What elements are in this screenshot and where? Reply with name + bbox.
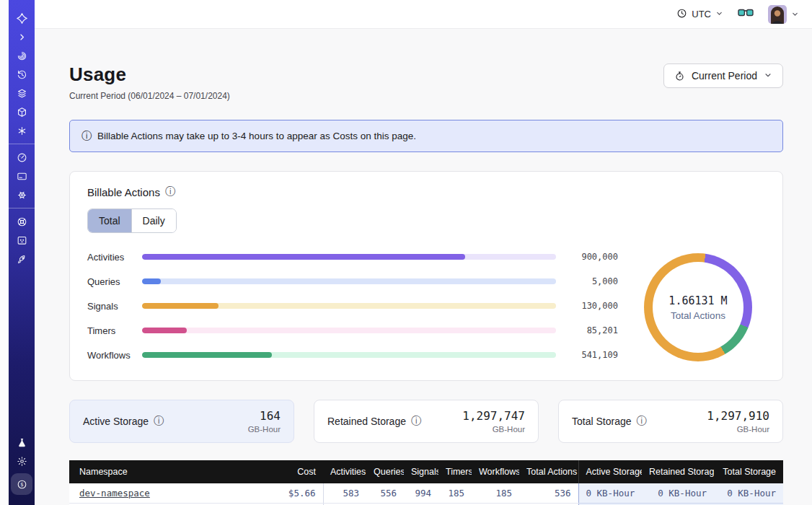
bar-label: Queries bbox=[87, 276, 142, 287]
stopwatch-icon bbox=[674, 71, 685, 82]
tab-total[interactable]: Total bbox=[88, 209, 131, 232]
total-storage-card[interactable]: Total Storageⓘ 1,297,910 GB-Hour bbox=[558, 400, 783, 443]
chevron-down-icon bbox=[764, 70, 772, 82]
timezone-label: UTC bbox=[692, 9, 711, 19]
bar-fill bbox=[142, 278, 161, 284]
schedules-history-icon[interactable] bbox=[12, 65, 32, 84]
bar-label: Timers bbox=[87, 325, 142, 336]
banner-text: Billable Actions may take up to 3-4 hour… bbox=[97, 131, 416, 141]
settings-gear-icon[interactable] bbox=[12, 185, 32, 204]
storage-card-unit: GB-Hour bbox=[462, 425, 525, 434]
namespaces-icon[interactable] bbox=[12, 46, 32, 65]
bar-value: 5,000 bbox=[566, 276, 618, 286]
col-total-actions: Total Actions bbox=[519, 460, 578, 483]
info-icon[interactable]: ⓘ bbox=[154, 415, 164, 428]
bar-value: 85,201 bbox=[566, 325, 618, 335]
table-header-row: Namespace Cost Activities Queries Signal… bbox=[69, 460, 783, 483]
col-cost: Cost bbox=[250, 460, 323, 483]
chevron-down-icon bbox=[791, 8, 799, 21]
clock-icon bbox=[676, 8, 687, 21]
col-signals: Signals bbox=[404, 460, 438, 483]
glasses-icon[interactable] bbox=[738, 7, 754, 21]
info-banner: ⓘ Billable Actions may take up to 3-4 ho… bbox=[69, 120, 783, 152]
total-actions-cell: 536 bbox=[519, 483, 578, 503]
bar-label: Workflows bbox=[87, 350, 142, 361]
billable-bar-chart: Activities 900,000 Queries 5,000 Signals… bbox=[87, 252, 618, 364]
chevron-down-icon bbox=[715, 9, 723, 19]
donut-total-value: 1.66131 M bbox=[668, 294, 727, 307]
feedback-screen-icon[interactable] bbox=[12, 231, 32, 250]
col-namespace: Namespace bbox=[69, 460, 250, 483]
tab-daily[interactable]: Daily bbox=[131, 209, 176, 232]
info-icon[interactable]: ⓘ bbox=[411, 415, 421, 428]
bar-value: 130,000 bbox=[566, 301, 618, 311]
info-icon[interactable]: ⓘ bbox=[165, 185, 175, 198]
storage-card-value: 1,297,910 bbox=[707, 409, 769, 423]
bar-track bbox=[142, 278, 556, 284]
info-icon[interactable]: ⓘ bbox=[637, 415, 647, 428]
signals-cell: 994 bbox=[404, 483, 438, 503]
storage-card-unit: GB-Hour bbox=[707, 425, 769, 434]
storage-card-label: Active Storage bbox=[83, 416, 149, 427]
col-active-storage: Active Storage bbox=[578, 460, 642, 483]
labs-flask-icon[interactable] bbox=[12, 433, 32, 452]
bar-fill bbox=[142, 303, 219, 309]
bar-fill bbox=[142, 254, 465, 260]
svg-text:$: $ bbox=[20, 481, 23, 488]
topbar: UTC bbox=[35, 0, 812, 29]
retained-storage-card[interactable]: Retained Storageⓘ 1,297,747 GB-Hour bbox=[314, 400, 539, 443]
storage-card-value: 1,297,747 bbox=[462, 409, 525, 423]
theme-sun-icon[interactable] bbox=[12, 452, 32, 470]
user-menu[interactable] bbox=[768, 5, 799, 24]
info-icon: ⓘ bbox=[81, 130, 92, 143]
namespace-link[interactable]: dev-namespace bbox=[79, 488, 150, 499]
active-storage-card[interactable]: Active Storageⓘ 164 GB-Hour bbox=[69, 400, 294, 443]
namespace-usage-table: Namespace Cost Activities Queries Signal… bbox=[69, 460, 783, 505]
page-title: Usage bbox=[69, 63, 230, 86]
timezone-selector[interactable]: UTC bbox=[676, 8, 723, 21]
col-queries: Queries bbox=[366, 460, 404, 483]
period-selector-button[interactable]: Current Period bbox=[663, 63, 783, 88]
col-workflows: Workflows bbox=[472, 460, 519, 483]
usage-gauge-icon[interactable] bbox=[12, 148, 32, 167]
activities-cell: 583 bbox=[323, 483, 366, 503]
sidebar-divider bbox=[9, 144, 35, 144]
bar-track bbox=[142, 352, 556, 358]
billing-card-icon[interactable] bbox=[12, 167, 32, 185]
asterisk-icon[interactable] bbox=[12, 121, 32, 140]
bar-row-queries: Queries 5,000 bbox=[87, 276, 618, 287]
sidebar-divider bbox=[9, 208, 35, 208]
billable-view-tabs: Total Daily bbox=[87, 208, 177, 233]
sidebar: $ bbox=[9, 0, 35, 505]
storage-card-label: Total Storage bbox=[572, 416, 632, 427]
bar-track bbox=[142, 254, 556, 260]
storage-card-unit: GB-Hour bbox=[248, 425, 281, 434]
workflows-cell: 185 bbox=[472, 483, 519, 503]
deployments-cube-icon[interactable] bbox=[12, 102, 32, 121]
bar-track bbox=[142, 303, 556, 309]
support-lifebuoy-icon[interactable] bbox=[12, 212, 32, 231]
namespace-link-cell: dev-namespace bbox=[69, 483, 250, 503]
bar-label: Signals bbox=[87, 301, 142, 312]
donut-ring: 1.66131 M Total Actions bbox=[644, 253, 752, 361]
retained-storage-cell: 0 KB-Hour bbox=[642, 483, 714, 503]
timers-cell: 185 bbox=[438, 483, 472, 503]
page-subtitle: Current Period (06/01/2024 – 07/01/2024) bbox=[69, 91, 230, 101]
usage-dollar-icon[interactable]: $ bbox=[11, 473, 32, 495]
layers-icon[interactable] bbox=[12, 84, 32, 102]
cost-cell: $5.66 bbox=[250, 483, 323, 503]
bar-row-activities: Activities 900,000 bbox=[87, 252, 618, 263]
temporal-logo-icon[interactable] bbox=[12, 9, 32, 27]
expand-chevron-icon[interactable] bbox=[12, 27, 32, 46]
queries-cell: 556 bbox=[366, 483, 404, 503]
bar-label: Activities bbox=[87, 252, 142, 263]
bar-track bbox=[142, 328, 556, 333]
total-actions-donut: 1.66131 M Total Actions bbox=[631, 250, 765, 364]
bar-value: 541,109 bbox=[566, 350, 618, 360]
getting-started-rocket-icon[interactable] bbox=[12, 250, 32, 268]
storage-card-label: Retained Storage bbox=[327, 416, 406, 427]
bar-row-workflows: Workflows 541,109 bbox=[87, 350, 618, 361]
col-total-storage: Total Storage bbox=[714, 460, 783, 483]
bar-value: 900,000 bbox=[566, 252, 618, 262]
period-button-label: Current Period bbox=[692, 70, 757, 82]
